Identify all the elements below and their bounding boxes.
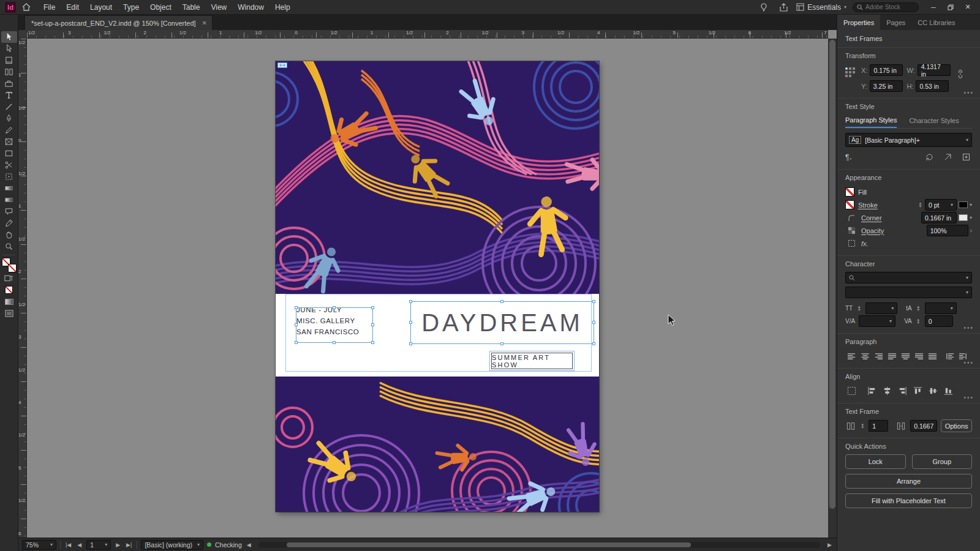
text-frame-options-button[interactable]: Options [941, 419, 972, 432]
restore-icon[interactable] [942, 1, 959, 14]
menu-view[interactable]: View [205, 0, 232, 15]
selection-tool[interactable] [1, 31, 17, 43]
redefine-style-icon[interactable] [923, 152, 935, 163]
font-family-select[interactable]: ▾ [845, 272, 972, 283]
align-objects-right-icon[interactable] [896, 386, 908, 397]
title-frame-selection[interactable] [410, 301, 594, 344]
pencil-tool[interactable] [1, 124, 17, 136]
horizontal-scrollbar[interactable] [258, 542, 820, 548]
align-to-selection-icon[interactable] [845, 386, 858, 397]
gradient-swatch-tool[interactable] [1, 182, 17, 194]
menu-file[interactable]: File [38, 0, 61, 15]
menu-table[interactable]: Table [177, 0, 206, 15]
y-input[interactable]: 3.25 in [870, 80, 903, 92]
home-icon[interactable] [20, 2, 33, 13]
hand-tool[interactable] [1, 229, 17, 241]
align-objects-left-icon[interactable] [865, 386, 878, 397]
page-number-select[interactable]: 1▾ [86, 540, 111, 550]
gap-tool[interactable] [1, 66, 17, 78]
reference-point-proxy[interactable] [845, 67, 855, 77]
justify-last-center-icon[interactable] [899, 351, 911, 362]
stock-search[interactable] [853, 2, 919, 12]
vertical-scrollbar[interactable] [828, 39, 837, 538]
justify-all-icon[interactable] [926, 351, 938, 362]
tab-paragraph-styles[interactable]: Paragraph Styles [845, 114, 897, 128]
menu-help[interactable]: Help [270, 0, 296, 15]
kerning-select[interactable]: ▾ [859, 315, 895, 327]
leading-select[interactable]: ▾ [925, 302, 957, 314]
group-button[interactable]: Group [912, 454, 973, 469]
prev-page-button[interactable]: ◀ [76, 542, 83, 548]
fx-label[interactable]: fx. [861, 240, 869, 247]
rectangle-frame-tool[interactable] [1, 136, 17, 148]
fill-placeholder-button[interactable]: Fill with Placeholder Text [845, 493, 972, 508]
page-tool[interactable] [1, 54, 17, 66]
preflight-profile-select[interactable]: [Basic] (working)▾ [141, 540, 203, 550]
leading-stepper[interactable]: ▲▼ [916, 305, 921, 312]
zoom-tool[interactable] [1, 241, 17, 252]
new-style-icon[interactable] [960, 152, 972, 163]
line-tool[interactable] [1, 101, 17, 113]
align-towards-spine-icon[interactable] [943, 351, 956, 362]
align-left-icon[interactable] [845, 351, 858, 362]
object-effects-icon[interactable] [845, 238, 858, 249]
fill-swatch[interactable] [845, 187, 854, 197]
page[interactable]: JUNE - JULY MISC. GALLERY SAN FRANCISCO … [276, 61, 599, 512]
color-theme-tool[interactable] [1, 217, 17, 229]
free-transform-tool[interactable] [1, 171, 17, 182]
tab-close-icon[interactable]: ✕ [202, 20, 207, 26]
justify-last-left-icon[interactable] [886, 351, 898, 362]
content-collector-tool[interactable] [1, 78, 17, 89]
clear-overrides-icon[interactable] [941, 152, 954, 163]
corner-link[interactable]: Corner [861, 214, 882, 222]
apply-gradient-button[interactable] [1, 296, 17, 307]
align-objects-vcenter-icon[interactable] [927, 386, 939, 397]
type-tool[interactable] [1, 89, 17, 101]
stroke-link[interactable]: Stroke [858, 201, 878, 209]
lock-button[interactable]: Lock [845, 454, 906, 469]
opacity-input[interactable]: 100% [927, 225, 968, 236]
tab-properties[interactable]: Properties [837, 15, 880, 30]
search-input[interactable] [865, 4, 914, 10]
columns-stepper[interactable]: ▲▼ [860, 423, 865, 429]
tab-character-styles[interactable]: Character Styles [909, 115, 959, 127]
pen-tool[interactable] [1, 113, 17, 124]
workspace-switcher[interactable]: Essentials ▾ [796, 3, 846, 12]
align-right-icon[interactable] [872, 351, 884, 362]
stroke-swatch[interactable] [845, 200, 854, 209]
font-size-stepper[interactable]: ▲▼ [856, 305, 862, 312]
justify-last-right-icon[interactable] [913, 351, 925, 362]
paragraph-more-options[interactable]: ••• [963, 359, 974, 366]
menu-object[interactable]: Object [145, 0, 177, 15]
note-tool[interactable] [1, 206, 17, 217]
arrange-button[interactable]: Arrange [845, 474, 972, 489]
stroke-color-swatch[interactable] [959, 201, 968, 208]
corner-shape-swatch[interactable] [959, 214, 968, 221]
constrain-proportions-toggle[interactable] [954, 69, 967, 80]
close-icon[interactable]: ✕ [959, 1, 976, 14]
learn-bulb-icon[interactable] [757, 2, 771, 13]
tracking-stepper[interactable]: ▲▼ [916, 318, 921, 324]
fill-stroke-proxy[interactable] [2, 258, 17, 272]
stroke-swatch-none[interactable] [8, 264, 17, 272]
scissors-tool[interactable] [1, 159, 17, 171]
zoom-level-select[interactable]: 75%▾ [22, 540, 56, 550]
corner-radius-input[interactable]: 0.1667 in [921, 212, 957, 223]
opacity-expand-icon[interactable]: › [970, 227, 972, 234]
pasteboard[interactable]: JUNE - JULY MISC. GALLERY SAN FRANCISCO … [27, 39, 828, 538]
w-input[interactable]: 4.1317 in [918, 64, 951, 76]
last-page-button[interactable]: ▶| [125, 542, 133, 548]
next-page-button[interactable]: ▶ [115, 542, 121, 548]
font-size-select[interactable]: ▾ [865, 302, 897, 314]
ruler-origin[interactable] [18, 30, 27, 39]
document-tab[interactable]: *set-up-a-postcard_END_V2.indd @ 150% [C… [24, 15, 213, 30]
share-icon[interactable] [777, 2, 790, 13]
scroll-right-arrow[interactable]: ▶ [826, 542, 833, 548]
tracking-input[interactable]: 0 [925, 315, 953, 327]
x-input[interactable]: 0.175 in [870, 64, 903, 76]
opacity-link[interactable]: Opacity [861, 227, 884, 234]
h-input[interactable]: 0.53 in [916, 80, 949, 92]
menu-layout[interactable]: Layout [85, 0, 118, 15]
align-center-icon[interactable] [859, 351, 871, 362]
linked-image-badge[interactable] [277, 62, 287, 68]
